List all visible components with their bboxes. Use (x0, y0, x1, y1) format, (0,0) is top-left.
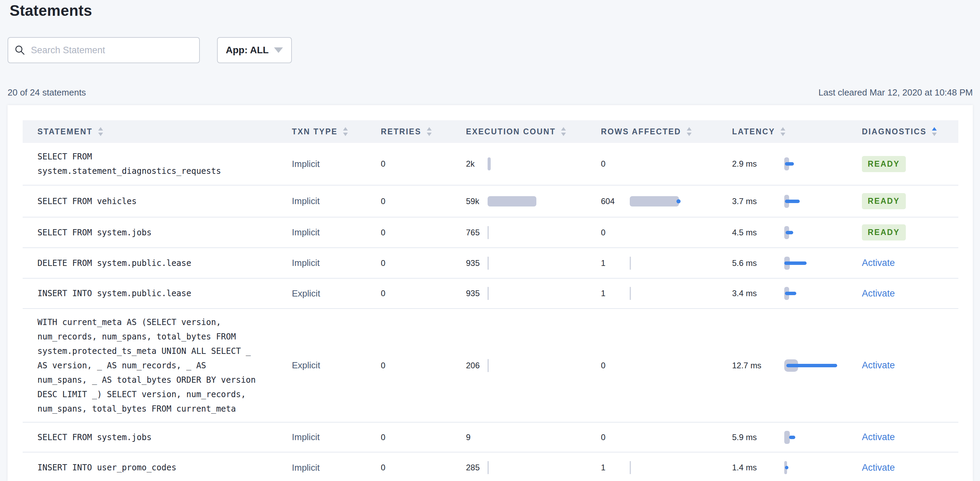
diagnostics-activate-link[interactable]: Activate (862, 462, 895, 473)
rows-affected-value: 1 (601, 288, 605, 298)
latency-chart (784, 218, 862, 247)
search-box[interactable] (8, 37, 200, 63)
execution-count-cell: 285 (466, 452, 601, 481)
diagnostics-activate-link[interactable]: Activate (862, 258, 895, 268)
table-row[interactable]: INSERT INTO system.public.lease Explicit… (23, 279, 958, 309)
latency-mean-bar (785, 292, 796, 295)
retries-cell: 0 (381, 186, 466, 217)
table-row[interactable]: SELECT FROM system.statement_diagnostics… (23, 143, 958, 186)
latency-cell: 5.9 ms (732, 423, 862, 452)
rows-affected-value: 0 (601, 433, 605, 442)
sort-arrows-icon[interactable] (687, 127, 692, 136)
sort-arrows-icon[interactable] (561, 127, 566, 136)
execution-count-value: 935 (466, 258, 480, 268)
column-header-diagnostics[interactable]: DIAGNOSTICS (862, 127, 958, 136)
sort-arrows-icon[interactable] (781, 127, 785, 136)
table-row[interactable]: SELECT FROM system.jobs Implicit 0 765 0… (23, 218, 958, 248)
column-header-label: STATEMENT (37, 127, 93, 136)
statement-cell[interactable]: INSERT INTO user_promo_codes (37, 452, 292, 481)
column-header-rows-affected[interactable]: ROWS AFFECTED (601, 127, 732, 136)
execution-count-cell: 2k (466, 143, 601, 185)
latency-value: 5.6 ms (732, 258, 757, 268)
table-row[interactable]: INSERT INTO user_promo_codes Implicit 0 … (23, 452, 958, 481)
rows-affected-value: 0 (601, 159, 605, 169)
search-input[interactable] (31, 45, 189, 56)
diagnostics-activate-link[interactable]: Activate (862, 360, 895, 371)
table-body: SELECT FROM system.statement_diagnostics… (23, 143, 958, 481)
diagnostics-cell: Activate (862, 248, 958, 278)
diagnostics-cell: Activate (862, 279, 958, 308)
latency-value: 3.4 ms (732, 288, 757, 298)
table-row[interactable]: DELETE FROM system.public.lease Implicit… (23, 248, 958, 279)
rows-affected-cell: 1 (601, 279, 732, 308)
rows-affected-bar (630, 218, 732, 247)
execution-count-value: 765 (466, 228, 480, 237)
rows-affected-bar (630, 248, 732, 278)
retries-cell: 0 (381, 279, 466, 308)
statement-cell[interactable]: INSERT INTO system.public.lease (37, 279, 292, 308)
statement-cell[interactable]: DELETE FROM system.public.lease (37, 248, 292, 278)
statement-cell[interactable]: SELECT FROM system.jobs (37, 218, 292, 247)
rows-affected-bar (630, 423, 732, 452)
statement-cell[interactable]: SELECT FROM vehicles (37, 186, 292, 217)
rows-affected-mean-dot (676, 199, 681, 203)
latency-mean-bar (785, 162, 794, 166)
rows-affected-cell: 0 (601, 143, 732, 185)
statement-cell[interactable]: SELECT FROM system.jobs (37, 423, 292, 452)
latency-chart (784, 279, 862, 308)
execution-count-bar (488, 218, 601, 247)
sort-arrows-icon[interactable] (98, 127, 103, 136)
sort-arrows-icon[interactable] (932, 127, 937, 136)
sort-arrows-icon[interactable] (343, 127, 348, 136)
txn-type-cell: Explicit (292, 279, 381, 308)
rows-affected-value: 0 (601, 228, 605, 237)
retries-cell: 0 (381, 218, 466, 247)
execution-count-cell: 206 (466, 309, 601, 422)
execution-count-cell: 765 (466, 218, 601, 247)
execution-count-value: 285 (466, 463, 480, 472)
execution-count-value: 2k (466, 159, 474, 169)
diagnostics-cell: READY (862, 143, 958, 185)
rows-affected-bar (630, 309, 732, 422)
column-header-retries[interactable]: RETRIES (381, 127, 466, 136)
latency-mean-bar (786, 364, 837, 367)
table-row[interactable]: WITH current_meta AS (SELECT version, nu… (23, 309, 958, 423)
execution-count-value: 9 (466, 433, 471, 442)
app-filter-dropdown[interactable]: App: ALL (217, 37, 292, 63)
rows-affected-bar (630, 452, 732, 481)
txn-type-cell: Implicit (292, 452, 381, 481)
execution-count-bar (488, 423, 601, 452)
statement-cell[interactable]: SELECT FROM system.statement_diagnostics… (37, 143, 292, 185)
diagnostics-ready-badge[interactable]: READY (862, 193, 906, 209)
diagnostics-activate-link[interactable]: Activate (862, 432, 895, 443)
column-header-label: TXN TYPE (292, 127, 337, 136)
app-filter-label: App: ALL (226, 45, 269, 56)
latency-chart (784, 186, 862, 217)
execution-count-bar (488, 186, 601, 217)
latency-value: 5.9 ms (732, 433, 757, 442)
diagnostics-activate-link[interactable]: Activate (862, 288, 895, 299)
diagnostics-ready-badge[interactable]: READY (862, 156, 906, 172)
retries-cell: 0 (381, 248, 466, 278)
sort-arrows-icon[interactable] (427, 127, 432, 136)
execution-count-cell: 9 (466, 423, 601, 452)
column-header-txn-type[interactable]: TXN TYPE (292, 127, 381, 136)
column-header-statement[interactable]: STATEMENT (37, 127, 292, 136)
last-cleared-text: Last cleared Mar 12, 2020 at 10:48 PM (819, 87, 973, 98)
toolbar: App: ALL (8, 37, 292, 63)
latency-value: 3.7 ms (732, 196, 757, 206)
diagnostics-cell: Activate (862, 423, 958, 452)
execution-count-cell: 935 (466, 279, 601, 308)
diagnostics-cell: READY (862, 186, 958, 217)
column-header-execution-count[interactable]: EXECUTION COUNT (466, 127, 601, 136)
table-row[interactable]: SELECT FROM vehicles Implicit 0 59k 604 … (23, 186, 958, 218)
diagnostics-ready-badge[interactable]: READY (862, 225, 906, 240)
column-header-latency[interactable]: LATENCY (732, 127, 862, 136)
txn-type-cell: Implicit (292, 143, 381, 185)
table-row[interactable]: SELECT FROM system.jobs Implicit 0 9 0 5… (23, 423, 958, 452)
statement-cell[interactable]: WITH current_meta AS (SELECT version, nu… (37, 309, 292, 422)
latency-mean-bar (785, 200, 800, 203)
search-icon (14, 45, 25, 56)
rows-affected-bar (630, 186, 732, 217)
txn-type-cell: Implicit (292, 218, 381, 247)
